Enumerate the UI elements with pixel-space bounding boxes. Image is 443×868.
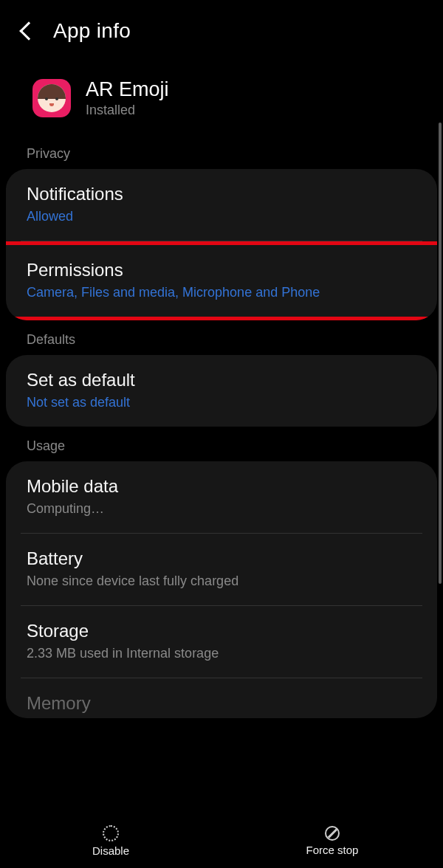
set-default-sub: Not set as default: [27, 395, 416, 410]
set-default-item[interactable]: Set as default Not set as default: [6, 355, 437, 427]
app-header: AR Emoji Installed: [0, 56, 443, 134]
usage-card: Mobile data Computing… Battery None sinc…: [6, 461, 437, 718]
force-stop-icon: [325, 826, 340, 841]
mobile-data-item[interactable]: Mobile data Computing…: [6, 461, 437, 533]
battery-title: Battery: [27, 548, 416, 569]
page-title: App info: [53, 19, 131, 43]
mobile-data-sub: Computing…: [27, 501, 416, 517]
permissions-sub: Camera, Files and media, Microphone and …: [27, 285, 416, 300]
battery-sub: None since device last fully charged: [27, 574, 416, 589]
set-default-title: Set as default: [27, 370, 416, 390]
bottom-bar: Disable Force stop: [0, 813, 443, 868]
mobile-data-title: Mobile data: [27, 476, 416, 497]
permissions-item[interactable]: Permissions Camera, Files and media, Mic…: [6, 241, 437, 320]
notifications-item[interactable]: Notifications Allowed: [6, 169, 437, 241]
storage-item[interactable]: Storage 2.33 MB used in Internal storage: [6, 606, 437, 678]
scrollbar[interactable]: [439, 123, 442, 584]
notifications-sub: Allowed: [27, 209, 416, 224]
section-label-usage: Usage: [0, 427, 443, 461]
force-stop-label: Force stop: [306, 844, 359, 856]
battery-item[interactable]: Battery None since device last fully cha…: [6, 534, 437, 605]
notifications-title: Notifications: [27, 184, 416, 204]
scroll-area[interactable]: AR Emoji Installed Privacy Notifications…: [0, 56, 443, 824]
permissions-title: Permissions: [27, 260, 416, 280]
section-label-privacy: Privacy: [0, 134, 443, 169]
app-name: AR Emoji: [86, 78, 169, 101]
storage-title: Storage: [27, 621, 416, 641]
defaults-card: Set as default Not set as default: [6, 355, 437, 427]
privacy-card: Notifications Allowed Permissions Camera…: [6, 169, 437, 320]
disable-label: Disable: [92, 844, 129, 857]
disable-icon: [103, 825, 119, 841]
back-icon[interactable]: [19, 21, 38, 40]
app-status: Installed: [86, 103, 169, 118]
header-bar: App info: [0, 0, 443, 56]
memory-title: Memory: [27, 693, 416, 714]
section-label-defaults: Defaults: [0, 320, 443, 355]
app-icon: [32, 79, 71, 117]
memory-item[interactable]: Memory No RAM used in last 3 hours: [6, 678, 437, 718]
disable-button[interactable]: Disable: [0, 813, 222, 868]
force-stop-button[interactable]: Force stop: [222, 813, 443, 868]
storage-sub: 2.33 MB used in Internal storage: [27, 646, 416, 661]
